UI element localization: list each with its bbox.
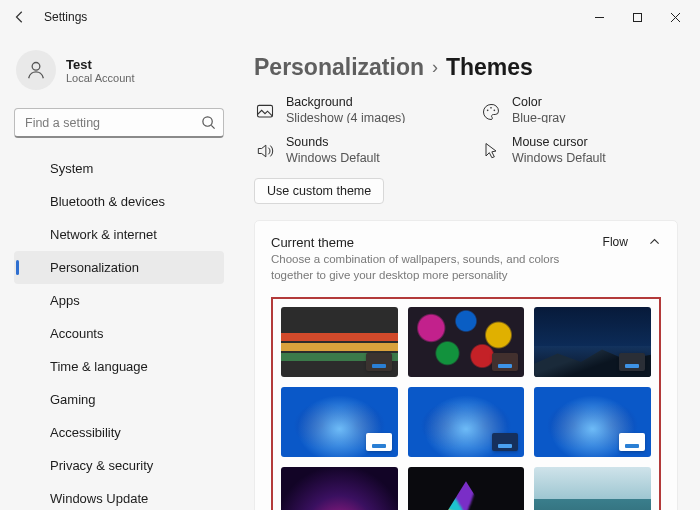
titlebar: Settings [0,0,700,34]
card-header[interactable]: Current theme Choose a combination of wa… [271,235,661,283]
selected-theme-name: Flow [603,235,628,249]
summary-mouse[interactable]: Mouse cursorWindows Default [480,135,678,166]
sidebar: Test Local Account System Bluetooth & de… [0,34,238,510]
nav-bluetooth[interactable]: Bluetooth & devices [14,185,224,218]
theme-option[interactable] [534,387,651,457]
svg-point-2 [203,117,212,126]
nav-network[interactable]: Network & internet [14,218,224,251]
theme-grid [281,307,651,510]
search-box[interactable] [14,108,224,138]
theme-option[interactable] [408,387,525,457]
avatar [16,50,56,90]
close-icon [670,12,681,23]
svg-point-6 [494,110,496,112]
nav-accounts[interactable]: Accounts [14,317,224,350]
nav-personalization[interactable]: Personalization [14,251,224,284]
palette-icon [481,102,501,122]
picture-icon [255,102,275,122]
account-block[interactable]: Test Local Account [16,50,222,90]
nav-gaming[interactable]: Gaming [14,383,224,416]
nav-apps[interactable]: Apps [14,284,224,317]
theme-option[interactable] [281,307,398,377]
account-sub: Local Account [66,72,135,84]
theme-option[interactable] [281,467,398,510]
svg-point-5 [490,107,492,109]
svg-point-4 [487,110,489,112]
svg-rect-3 [258,105,273,117]
chevron-up-icon [648,235,661,249]
theme-option[interactable] [281,387,398,457]
close-button[interactable] [656,3,694,31]
search-input[interactable] [14,108,224,138]
person-icon [25,59,47,81]
window-title: Settings [44,10,87,24]
theme-option[interactable] [408,467,525,510]
search-icon [201,115,216,130]
arrow-left-icon [13,10,27,24]
speaker-icon [255,141,275,161]
main: Personalization › Themes BackgroundSlide… [238,34,700,510]
breadcrumb-sep: › [432,57,438,78]
nav-privacy[interactable]: Privacy & security [14,449,224,482]
nav-system[interactable]: System [14,152,224,185]
cursor-icon [481,141,501,161]
nav: System Bluetooth & devices Network & int… [14,152,224,510]
maximize-icon [632,12,643,23]
current-theme-card: Current theme Choose a combination of wa… [254,220,678,510]
breadcrumb-current: Themes [446,54,533,81]
theme-grid-highlight [271,297,661,510]
breadcrumb-parent[interactable]: Personalization [254,54,424,81]
nav-update[interactable]: Windows Update [14,482,224,510]
summary-sounds[interactable]: SoundsWindows Default [254,135,452,166]
breadcrumb: Personalization › Themes [254,54,678,81]
back-button[interactable] [6,3,34,31]
summary-background[interactable]: BackgroundSlideshow (4 images) [254,95,452,123]
use-custom-theme-button[interactable]: Use custom theme [254,178,384,204]
nav-accessibility[interactable]: Accessibility [14,416,224,449]
maximize-button[interactable] [618,3,656,31]
minimize-icon [594,12,605,23]
theme-option[interactable] [534,467,651,510]
card-desc: Choose a combination of wallpapers, soun… [271,252,589,283]
card-title: Current theme [271,235,589,250]
theme-option[interactable] [408,307,525,377]
theme-summary: BackgroundSlideshow (4 images) ColorBlue… [254,95,678,166]
svg-point-1 [32,62,40,70]
minimize-button[interactable] [580,3,618,31]
account-name: Test [66,57,135,72]
summary-color[interactable]: ColorBlue-gray [480,95,678,123]
svg-rect-0 [633,13,641,21]
theme-option[interactable] [534,307,651,377]
nav-time[interactable]: Time & language [14,350,224,383]
window-controls [580,3,694,31]
